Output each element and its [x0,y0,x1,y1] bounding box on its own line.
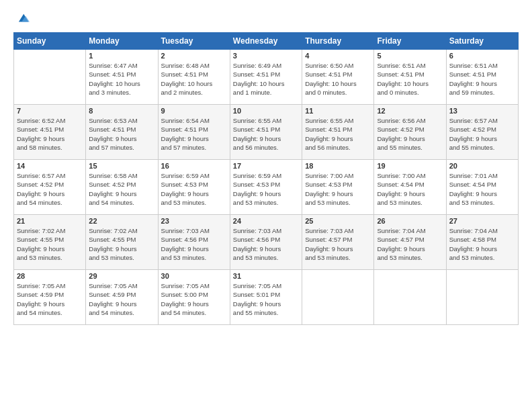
calendar-header-cell-wednesday: Wednesday [230,33,302,50]
calendar-week-row: 14Sunrise: 6:57 AM Sunset: 4:52 PM Dayli… [14,160,519,215]
day-info: Sunrise: 7:05 AM Sunset: 5:00 PM Dayligh… [161,281,227,317]
calendar-cell: 2Sunrise: 6:48 AM Sunset: 4:51 PM Daylig… [158,50,230,105]
day-number: 13 [449,107,515,115]
page: SundayMondayTuesdayWednesdayThursdayFrid… [0,0,532,411]
day-number: 17 [233,162,299,170]
day-number: 20 [449,162,515,170]
day-number: 11 [305,107,371,115]
calendar-cell: 17Sunrise: 6:59 AM Sunset: 4:53 PM Dayli… [230,160,302,215]
calendar-cell [446,270,518,325]
day-info: Sunrise: 7:03 AM Sunset: 4:57 PM Dayligh… [305,226,371,262]
day-info: Sunrise: 6:50 AM Sunset: 4:51 PM Dayligh… [305,61,371,97]
calendar-cell: 12Sunrise: 6:56 AM Sunset: 4:52 PM Dayli… [374,105,446,160]
calendar-cell: 13Sunrise: 6:57 AM Sunset: 4:52 PM Dayli… [446,105,518,160]
calendar-cell [302,270,374,325]
day-info: Sunrise: 7:02 AM Sunset: 4:55 PM Dayligh… [17,226,83,262]
calendar-cell: 11Sunrise: 6:55 AM Sunset: 4:51 PM Dayli… [302,105,374,160]
day-info: Sunrise: 6:47 AM Sunset: 4:51 PM Dayligh… [89,61,154,97]
calendar-cell: 20Sunrise: 7:01 AM Sunset: 4:54 PM Dayli… [446,160,518,215]
day-number: 2 [161,52,227,60]
calendar-header-cell-sunday: Sunday [14,33,86,50]
day-number: 10 [233,107,299,115]
day-number: 5 [377,52,443,60]
day-number: 1 [89,52,154,60]
calendar-cell: 26Sunrise: 7:04 AM Sunset: 4:57 PM Dayli… [374,215,446,270]
day-number: 7 [17,107,83,115]
calendar-cell: 16Sunrise: 6:59 AM Sunset: 4:53 PM Dayli… [158,160,230,215]
calendar-cell: 4Sunrise: 6:50 AM Sunset: 4:51 PM Daylig… [302,50,374,105]
day-info: Sunrise: 6:57 AM Sunset: 4:52 PM Dayligh… [449,116,515,152]
day-info: Sunrise: 7:00 AM Sunset: 4:53 PM Dayligh… [305,171,371,207]
day-number: 3 [233,52,299,60]
calendar-cell: 21Sunrise: 7:02 AM Sunset: 4:55 PM Dayli… [14,215,86,270]
day-info: Sunrise: 7:03 AM Sunset: 4:56 PM Dayligh… [161,226,227,262]
logo [13,12,30,26]
day-number: 23 [161,217,227,225]
day-info: Sunrise: 7:02 AM Sunset: 4:55 PM Dayligh… [89,226,154,262]
calendar-week-row: 1Sunrise: 6:47 AM Sunset: 4:51 PM Daylig… [14,50,519,105]
day-number: 30 [161,272,227,280]
day-info: Sunrise: 7:04 AM Sunset: 4:57 PM Dayligh… [377,226,443,262]
calendar-cell: 14Sunrise: 6:57 AM Sunset: 4:52 PM Dayli… [14,160,86,215]
day-info: Sunrise: 7:05 AM Sunset: 4:59 PM Dayligh… [17,281,83,317]
day-number: 25 [305,217,371,225]
day-number: 6 [449,52,515,60]
day-info: Sunrise: 7:00 AM Sunset: 4:54 PM Dayligh… [377,171,443,207]
calendar-cell: 9Sunrise: 6:54 AM Sunset: 4:51 PM Daylig… [158,105,230,160]
day-info: Sunrise: 6:48 AM Sunset: 4:51 PM Dayligh… [161,61,227,97]
day-number: 15 [89,162,154,170]
day-number: 24 [233,217,299,225]
calendar-cell: 29Sunrise: 7:05 AM Sunset: 4:59 PM Dayli… [86,270,158,325]
calendar-header-row: SundayMondayTuesdayWednesdayThursdayFrid… [14,33,519,50]
day-info: Sunrise: 6:54 AM Sunset: 4:51 PM Dayligh… [161,116,227,152]
header [13,12,519,26]
calendar-cell: 27Sunrise: 7:04 AM Sunset: 4:58 PM Dayli… [446,215,518,270]
calendar-cell: 15Sunrise: 6:58 AM Sunset: 4:52 PM Dayli… [86,160,158,215]
day-number: 22 [89,217,154,225]
calendar-table: SundayMondayTuesdayWednesdayThursdayFrid… [13,32,519,325]
day-info: Sunrise: 6:51 AM Sunset: 4:51 PM Dayligh… [377,61,443,97]
day-info: Sunrise: 6:51 AM Sunset: 4:51 PM Dayligh… [449,61,515,97]
day-info: Sunrise: 7:03 AM Sunset: 4:56 PM Dayligh… [233,226,299,262]
day-info: Sunrise: 7:05 AM Sunset: 4:59 PM Dayligh… [89,281,154,317]
calendar-cell: 7Sunrise: 6:52 AM Sunset: 4:51 PM Daylig… [14,105,86,160]
day-number: 19 [377,162,443,170]
day-number: 9 [161,107,227,115]
calendar-cell: 31Sunrise: 7:05 AM Sunset: 5:01 PM Dayli… [230,270,302,325]
day-info: Sunrise: 6:59 AM Sunset: 4:53 PM Dayligh… [233,171,299,207]
calendar-header-cell-friday: Friday [374,33,446,50]
calendar-cell: 5Sunrise: 6:51 AM Sunset: 4:51 PM Daylig… [374,50,446,105]
calendar-cell: 23Sunrise: 7:03 AM Sunset: 4:56 PM Dayli… [158,215,230,270]
day-number: 28 [17,272,83,280]
day-number: 26 [377,217,443,225]
day-number: 14 [17,162,83,170]
calendar-cell: 6Sunrise: 6:51 AM Sunset: 4:51 PM Daylig… [446,50,518,105]
day-info: Sunrise: 7:05 AM Sunset: 5:01 PM Dayligh… [233,281,299,317]
day-number: 21 [17,217,83,225]
calendar-week-row: 21Sunrise: 7:02 AM Sunset: 4:55 PM Dayli… [14,215,519,270]
calendar-header-cell-thursday: Thursday [302,33,374,50]
calendar-header-cell-saturday: Saturday [446,33,518,50]
calendar-cell: 1Sunrise: 6:47 AM Sunset: 4:51 PM Daylig… [86,50,158,105]
day-info: Sunrise: 6:59 AM Sunset: 4:53 PM Dayligh… [161,171,227,207]
day-number: 18 [305,162,371,170]
day-info: Sunrise: 7:04 AM Sunset: 4:58 PM Dayligh… [449,226,515,262]
day-info: Sunrise: 6:55 AM Sunset: 4:51 PM Dayligh… [233,116,299,152]
day-number: 4 [305,52,371,60]
calendar-cell: 22Sunrise: 7:02 AM Sunset: 4:55 PM Dayli… [86,215,158,270]
day-number: 8 [89,107,154,115]
calendar-week-row: 7Sunrise: 6:52 AM Sunset: 4:51 PM Daylig… [14,105,519,160]
calendar-cell: 28Sunrise: 7:05 AM Sunset: 4:59 PM Dayli… [14,270,86,325]
calendar-header-cell-monday: Monday [86,33,158,50]
calendar-cell: 18Sunrise: 7:00 AM Sunset: 4:53 PM Dayli… [302,160,374,215]
calendar-cell: 24Sunrise: 7:03 AM Sunset: 4:56 PM Dayli… [230,215,302,270]
calendar-header-cell-tuesday: Tuesday [158,33,230,50]
calendar-cell: 30Sunrise: 7:05 AM Sunset: 5:00 PM Dayli… [158,270,230,325]
day-number: 16 [161,162,227,170]
calendar-cell: 19Sunrise: 7:00 AM Sunset: 4:54 PM Dayli… [374,160,446,215]
calendar-cell: 10Sunrise: 6:55 AM Sunset: 4:51 PM Dayli… [230,105,302,160]
calendar-cell: 8Sunrise: 6:53 AM Sunset: 4:51 PM Daylig… [86,105,158,160]
day-info: Sunrise: 6:55 AM Sunset: 4:51 PM Dayligh… [305,116,371,152]
calendar-cell [14,50,86,105]
calendar-cell: 25Sunrise: 7:03 AM Sunset: 4:57 PM Dayli… [302,215,374,270]
